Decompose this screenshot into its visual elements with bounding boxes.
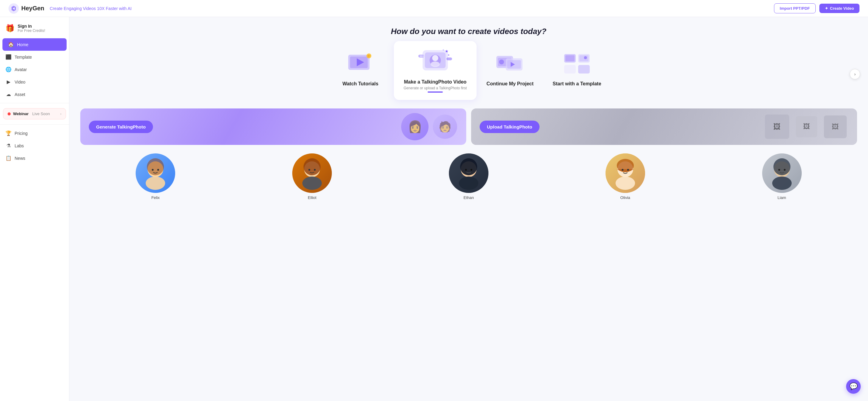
watch-tutorials-title: Watch Tutorials [342, 81, 378, 87]
svg-text:★: ★ [445, 49, 448, 54]
sidebar-item-news-label: News [14, 156, 25, 161]
template-title: Start with a Template [553, 81, 601, 87]
upload-photo-1: 🖼 [765, 114, 789, 139]
svg-point-17 [420, 56, 421, 57]
signin-text: Sign In For Free Credits! [18, 24, 45, 33]
card-template[interactable]: Start with a Template [544, 45, 611, 92]
sidebar-item-news[interactable]: 📋 News [0, 152, 69, 164]
svg-point-38 [157, 169, 159, 171]
card-talkingphoto[interactable]: ★ ★ ★ Make a TalkingPhoto Video Generate… [394, 41, 476, 100]
avatar-item-elliot[interactable]: Elliot [237, 154, 388, 200]
sidebar-item-avatar-label: Avatar [14, 67, 27, 72]
svg-point-25 [499, 60, 504, 64]
news-icon: 📋 [5, 155, 11, 161]
topnav-right: Import PPT/PDF ✦ Create Video [774, 3, 860, 13]
signin-section[interactable]: 🎁 Sign In For Free Credits! [0, 21, 69, 38]
sidebar-item-home[interactable]: 🏠 Home [2, 38, 67, 51]
svg-point-11 [431, 61, 440, 67]
svg-rect-16 [446, 58, 452, 60]
webinar-live-dot [8, 112, 11, 115]
upload-banner: Upload TalkingPhoto 🖼 🖼 🖼 [471, 108, 857, 145]
upload-photo-3: 🖼 [824, 115, 847, 138]
card-active-indicator [428, 92, 443, 93]
avatar-img-elliot [292, 154, 332, 193]
avatar-name-liam: Liam [777, 195, 786, 200]
svg-point-49 [465, 169, 467, 171]
avatar-name-olivia: Olivia [620, 195, 630, 200]
signin-label: Sign In [18, 24, 45, 29]
sidebar-item-asset[interactable]: ☁ Asset [0, 88, 69, 101]
avatar-img-liam [762, 154, 802, 193]
svg-text:★: ★ [447, 54, 450, 57]
avatar-item-liam[interactable]: Liam [707, 154, 857, 200]
svg-point-37 [152, 169, 154, 171]
svg-point-62 [784, 169, 785, 171]
banner-deco-generate: 👩 🧑 [401, 108, 457, 145]
tagline: Create Engaging Videos 10X Faster with A… [50, 6, 132, 11]
video-icon: ▶ [5, 79, 11, 85]
svg-rect-30 [564, 65, 576, 73]
sidebar-webinar[interactable]: Webinar Live Soon › [3, 108, 66, 120]
generate-talkingphoto-button[interactable]: Generate TalkingPhoto [89, 121, 153, 133]
sidebar-item-video[interactable]: ▶ Video [0, 76, 69, 88]
sidebar-item-asset-label: Asset [14, 92, 25, 97]
sidebar-item-video-label: Video [14, 79, 26, 85]
banner-avatar-1: 👩 [401, 113, 429, 140]
svg-point-55 [622, 169, 623, 171]
topnav: HeyGen Create Engaging Videos 10X Faster… [0, 0, 868, 17]
generate-banner: Generate TalkingPhoto 👩 🧑 [80, 108, 466, 145]
upload-talkingphoto-button[interactable]: Upload TalkingPhoto [479, 121, 539, 133]
avatar-name-ethan: Ethan [464, 195, 474, 200]
avatar-item-olivia[interactable]: Olivia [550, 154, 701, 200]
avatar-item-felix[interactable]: Felix [80, 154, 231, 200]
svg-point-43 [308, 169, 310, 171]
avatar-img-felix [136, 154, 175, 193]
sidebar-divider-2 [0, 124, 69, 125]
page-title: How do you want to create videos today? [80, 27, 857, 36]
labs-icon: ⚗ [5, 143, 11, 148]
template-icon: ⬛ [5, 54, 11, 60]
main-layout: 🎁 Sign In For Free Credits! 🏠 Home ⬛ Tem… [0, 17, 868, 401]
carousel-next-button[interactable]: › [850, 69, 860, 79]
gift-icon: 🎁 [5, 24, 14, 33]
sidebar-item-labs-label: Labs [14, 143, 24, 148]
sidebar-item-template[interactable]: ⬛ Template [0, 51, 69, 63]
svg-point-18 [421, 56, 423, 57]
webinar-label: Webinar [13, 111, 29, 116]
avatar-name-elliot: Elliot [308, 195, 316, 200]
asset-icon: ☁ [5, 92, 11, 97]
sidebar-item-avatar[interactable]: 🌐 Avatar [0, 63, 69, 76]
avatar-item-ethan[interactable]: Ethan [394, 154, 544, 200]
sidebar-item-home-label: Home [17, 42, 28, 47]
avatars-grid: Felix Elliot [80, 154, 857, 200]
banner-deco-upload: 🖼 🖼 🖼 [764, 108, 848, 145]
create-icon: ✦ [825, 6, 828, 11]
sidebar-item-pricing[interactable]: 🏆 Pricing [0, 127, 69, 139]
talkingphoto-sub: Generate or upload a TalkingPhoto first [404, 86, 467, 90]
create-video-button[interactable]: ✦ Create Video [819, 4, 860, 13]
topnav-left: HeyGen Create Engaging Videos 10X Faster… [8, 3, 132, 14]
chat-bubble-button[interactable]: 💬 [846, 379, 861, 394]
svg-point-35 [146, 176, 165, 190]
svg-rect-31 [578, 65, 590, 73]
chevron-right-icon: › [60, 112, 61, 116]
svg-text:★: ★ [442, 48, 444, 51]
card-continue[interactable]: Continue My Project [476, 45, 544, 92]
svg-point-19 [423, 56, 424, 57]
avatar-icon: 🌐 [5, 67, 11, 72]
svg-point-47 [459, 176, 478, 190]
svg-point-41 [302, 176, 322, 190]
svg-point-53 [616, 176, 635, 190]
svg-rect-27 [565, 55, 575, 61]
avatar-name-felix: Felix [151, 195, 160, 200]
logo: HeyGen [8, 3, 44, 14]
svg-rect-29 [579, 55, 589, 61]
sidebar-item-labs[interactable]: ⚗ Labs [0, 139, 69, 152]
logo-text: HeyGen [21, 5, 44, 12]
import-button[interactable]: Import PPT/PDF [774, 3, 816, 13]
home-icon: 🏠 [8, 42, 14, 47]
svg-point-56 [627, 169, 629, 171]
card-watch-tutorials[interactable]: Watch Tutorials [327, 45, 394, 92]
avatar-img-olivia [606, 154, 645, 193]
svg-point-59 [772, 176, 792, 190]
